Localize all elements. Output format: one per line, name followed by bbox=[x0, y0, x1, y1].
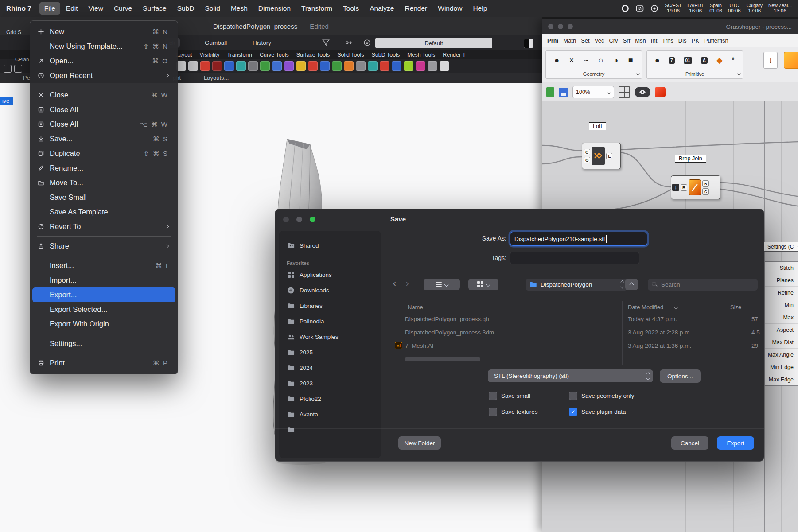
viewport-name-badge[interactable]: ive bbox=[0, 97, 13, 105]
menu-tools[interactable]: Tools bbox=[338, 2, 364, 15]
circle-icon[interactable]: ○ bbox=[599, 56, 603, 65]
menu-item-share[interactable]: Share bbox=[32, 239, 175, 253]
rhino-doc-tab-gumball[interactable]: Gumball bbox=[200, 38, 231, 48]
export-button[interactable]: Export bbox=[717, 436, 754, 450]
gh-tab-math[interactable]: Math bbox=[563, 37, 576, 44]
gh-tab-pk[interactable]: PK bbox=[692, 37, 699, 44]
loft-node[interactable]: C O L bbox=[582, 143, 621, 169]
menu-item-rename[interactable]: Rename... bbox=[32, 161, 175, 175]
tool-icon[interactable] bbox=[320, 61, 330, 71]
settings-tab[interactable]: Settings (C bbox=[763, 242, 798, 252]
tool-icon[interactable] bbox=[224, 61, 234, 71]
toolbar-tab-mesh-tools[interactable]: Mesh Tools bbox=[407, 52, 435, 58]
setting-min[interactable]: Min bbox=[765, 299, 798, 311]
grasshopper-titlebar[interactable]: Grasshopper - process... bbox=[542, 19, 798, 34]
column-name[interactable]: Name bbox=[408, 304, 423, 311]
back-icon[interactable]: ‹ bbox=[393, 278, 396, 288]
display-icon[interactable] bbox=[650, 4, 659, 13]
tool-icon[interactable] bbox=[344, 61, 354, 71]
checkbox-icon[interactable] bbox=[569, 392, 577, 400]
forward-icon[interactable]: › bbox=[406, 278, 409, 288]
brep-join-node[interactable]: ↓ B B C bbox=[671, 175, 720, 199]
tool-icon[interactable] bbox=[392, 61, 401, 71]
brep-join-node-label[interactable]: Brep Join bbox=[675, 155, 706, 163]
loft-input-o[interactable]: O bbox=[584, 157, 590, 163]
sidebar-item-2025[interactable]: 2025 bbox=[283, 345, 378, 359]
close-icon[interactable] bbox=[283, 217, 289, 222]
tool-icon[interactable] bbox=[212, 61, 222, 71]
tool-icon[interactable] bbox=[368, 61, 378, 71]
tool-icon[interactable] bbox=[308, 61, 318, 71]
paint-icon[interactable] bbox=[655, 87, 666, 97]
menu-render[interactable]: Render bbox=[400, 2, 432, 15]
location-dropdown[interactable]: DispatchedPolygon bbox=[526, 279, 627, 291]
menu-item-duplicate[interactable]: Duplicate ⇧ ⌘ S bbox=[32, 146, 175, 161]
grid-toggle-icon[interactable] bbox=[619, 86, 630, 98]
file-row-ai[interactable]: Ai 7_Mesh.AI 3 Aug 2022 at 1:36 p.m. 29 bbox=[387, 340, 764, 353]
zoom-control[interactable]: 100% bbox=[572, 86, 614, 98]
gh-tab-display[interactable]: Dis bbox=[678, 37, 687, 44]
gh-tab-transform[interactable]: Trns bbox=[662, 37, 673, 44]
menu-transform[interactable]: Transform bbox=[296, 2, 337, 15]
sync-icon[interactable] bbox=[635, 4, 644, 13]
split-view-icon[interactable] bbox=[524, 39, 533, 48]
toolbar-tab-subd-tools[interactable]: SubD Tools bbox=[371, 52, 400, 58]
menu-item-insert[interactable]: Insert... ⌘ I bbox=[32, 258, 175, 273]
gh-tab-sets[interactable]: Set bbox=[581, 37, 590, 44]
column-size[interactable]: Size bbox=[730, 304, 741, 311]
menu-item-export[interactable]: Export... bbox=[32, 287, 175, 302]
gh-tab-mesh[interactable]: Msh bbox=[635, 37, 646, 44]
menu-item-import[interactable]: Import... bbox=[32, 273, 175, 287]
menu-window[interactable]: Window bbox=[433, 2, 467, 15]
sidebar-item-palinodia[interactable]: Palinodia bbox=[283, 314, 378, 328]
menu-item-close-all[interactable]: Close All bbox=[32, 102, 175, 117]
cross-icon[interactable]: × bbox=[569, 56, 574, 65]
gh-tab-surface[interactable]: Srf bbox=[623, 37, 631, 44]
menu-mesh[interactable]: Mesh bbox=[226, 2, 253, 15]
brep-output-c[interactable]: C bbox=[702, 188, 709, 195]
gh-primitive-label[interactable]: Primitive bbox=[647, 70, 743, 78]
sidebar-item-applications[interactable]: Applications bbox=[283, 268, 378, 282]
node-arrow-icon[interactable] bbox=[345, 39, 353, 48]
panel-icon[interactable] bbox=[4, 65, 12, 73]
zoom-icon[interactable] bbox=[310, 217, 315, 222]
setting-min-edge[interactable]: Min Edge bbox=[765, 361, 798, 373]
tool-icon[interactable] bbox=[296, 61, 306, 71]
gh-tab-vector[interactable]: Vec bbox=[595, 37, 604, 44]
minimize-icon[interactable] bbox=[296, 217, 302, 222]
menu-item-move-to[interactable]: Move To... bbox=[32, 175, 175, 190]
file-row-gh[interactable]: DispatchedPolygon_process.gh Today at 4:… bbox=[387, 313, 764, 326]
checkbox-save-plugin-data[interactable]: ✓ Save plugin data bbox=[569, 408, 626, 416]
plugin-icon[interactable] bbox=[784, 52, 798, 69]
grid-view-dropdown[interactable] bbox=[468, 279, 498, 290]
gh-geometry-label[interactable]: Geometry bbox=[546, 70, 642, 78]
menu-item-export-selected[interactable]: Export Selected... bbox=[32, 302, 175, 317]
tool-icon[interactable] bbox=[416, 61, 425, 71]
zoom-icon[interactable] bbox=[568, 24, 573, 29]
gh-tab-curve[interactable]: Crv bbox=[609, 37, 618, 44]
toolbar-tab-render-tools[interactable]: Render T bbox=[443, 52, 466, 58]
brep-output-b[interactable]: B bbox=[702, 180, 709, 187]
sidebar-item-avanta[interactable]: Avanta bbox=[283, 407, 378, 421]
viewport-tab-perspective[interactable]: Pe bbox=[23, 74, 30, 81]
tool-icon[interactable] bbox=[380, 61, 389, 71]
display-mode-dropdown[interactable]: Default bbox=[375, 38, 492, 48]
new-document-icon[interactable] bbox=[546, 87, 554, 97]
tool-icon[interactable] bbox=[272, 61, 282, 71]
menu-item-open-recent[interactable]: Open Recent bbox=[32, 68, 175, 83]
menu-view[interactable]: View bbox=[84, 2, 108, 15]
close-icon[interactable] bbox=[548, 24, 553, 29]
loft-output-l[interactable]: L bbox=[606, 153, 612, 159]
sidebar-item-libraries[interactable]: Libraries bbox=[283, 299, 378, 313]
point-icon[interactable]: ● bbox=[554, 56, 559, 65]
sidebar-item-shared[interactable]: Shared bbox=[283, 238, 378, 252]
tool-icon[interactable] bbox=[404, 61, 413, 71]
toolbar-tab-solid-tools[interactable]: Solid Tools bbox=[337, 52, 364, 58]
target-icon[interactable] bbox=[363, 39, 371, 48]
sidebar-item-2024[interactable]: 2024 bbox=[283, 361, 378, 375]
menu-surface[interactable]: Surface bbox=[138, 2, 171, 15]
integer-icon[interactable]: 7 bbox=[669, 57, 675, 64]
setting-max[interactable]: Max bbox=[765, 311, 798, 324]
import-icon[interactable]: ↓ bbox=[763, 52, 778, 69]
menu-item-save-as-template[interactable]: Save As Template... bbox=[32, 205, 175, 219]
